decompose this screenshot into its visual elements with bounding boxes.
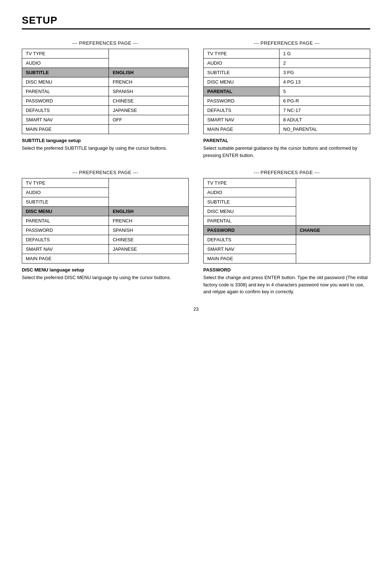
table-row: MAIN PAGE [22, 254, 189, 263]
menu-item-col1[interactable]: SMART NAV [22, 115, 109, 125]
bottom-right-desc: PASSWORD Select the change and press ENT… [203, 267, 370, 295]
top-left-desc-text: Select the preferred SUBTITLE language b… [22, 145, 189, 152]
menu-item-col1[interactable]: DEFAULTS [204, 235, 296, 245]
menu-item-col2[interactable]: CHANGE [296, 226, 370, 235]
menu-item-col1[interactable]: PASSWORD [22, 226, 109, 235]
menu-item-col1[interactable]: AUDIO [204, 59, 279, 68]
table-row: SMART NAVOFF [22, 115, 189, 125]
menu-item-col1[interactable]: MAIN PAGE [204, 254, 296, 263]
menu-item-col2[interactable]: FRENCH [109, 77, 189, 87]
menu-item-col1[interactable]: AUDIO [22, 188, 109, 197]
table-row: PARENTALFRENCH [22, 216, 189, 226]
menu-item-col1[interactable]: PARENTAL [22, 87, 109, 96]
menu-item-col1[interactable]: PASSWORD [22, 96, 109, 106]
menu-item-col1[interactable]: TV TYPE [22, 49, 109, 59]
menu-item-col2[interactable]: FRENCH [109, 216, 189, 226]
menu-item-col1[interactable]: AUDIO [204, 188, 296, 197]
table-row: PARENTAL5 [204, 87, 370, 96]
menu-item-col1[interactable]: PASSWORD [204, 226, 296, 235]
menu-item-col2[interactable]: JAPANESE [109, 106, 189, 115]
menu-item-col1[interactable]: PARENTAL [204, 216, 296, 226]
menu-item-col1[interactable]: MAIN PAGE [22, 125, 109, 134]
page-number: 23 [22, 306, 370, 312]
table-row: PASSWORD6 PG-R [204, 96, 370, 106]
table-row: MAIN PAGENO_PARENTAL [204, 125, 370, 134]
menu-item-col1[interactable]: DISC MENU [204, 207, 296, 216]
top-right-desc: PARENTAL Select suitable parental guidan… [203, 138, 370, 159]
top-left-desc-title: SUBTITLE language setup [22, 138, 189, 143]
menu-item-col1[interactable]: SUBTITLE [204, 68, 279, 77]
menu-item-col1[interactable]: PARENTAL [204, 87, 279, 96]
page-title: SETUP [22, 15, 370, 29]
menu-item-col2[interactable]: ENGLISH [109, 68, 189, 77]
bottom-right-desc-title: PASSWORD [203, 267, 370, 273]
menu-item-col2[interactable]: 2 [279, 59, 370, 68]
menu-item-col1[interactable]: SUBTITLE [204, 197, 296, 207]
menu-item-col2[interactable]: SPANISH [109, 226, 189, 235]
menu-item-col2[interactable]: 1 G [279, 49, 370, 59]
table-row: MAIN PAGE [22, 125, 189, 134]
table-row: PARENTALSPANISH [22, 87, 189, 96]
menu-item-col1[interactable]: MAIN PAGE [204, 125, 279, 134]
menu-item-col2[interactable]: JAPANESE [109, 245, 189, 254]
menu-item-col2[interactable]: 7 NC-17 [279, 106, 370, 115]
menu-item-col2[interactable]: 8 ADULT [279, 115, 370, 125]
menu-item-col1[interactable]: SMART NAV [204, 245, 296, 254]
table-row: MAIN PAGE [204, 254, 370, 263]
menu-item-col1[interactable]: TV TYPE [22, 178, 109, 188]
menu-item-col2[interactable]: CHINESE [109, 235, 189, 245]
menu-item-col1[interactable]: SUBTITLE [22, 68, 109, 77]
table-row: DEFAULTS7 NC-17 [204, 106, 370, 115]
menu-item-col2[interactable]: 6 PG-R [279, 96, 370, 106]
top-left-section: --- PREFERENCES PAGE --- TV TYPEAUDIOSUB… [22, 40, 189, 159]
table-row: PASSWORDCHINESE [22, 96, 189, 106]
menu-item-col1[interactable]: DISC MENU [22, 77, 109, 87]
bottom-right-desc-text: Select the change and press ENTER button… [203, 274, 370, 295]
menu-item-col1[interactable]: TV TYPE [204, 49, 279, 59]
menu-item-col1[interactable]: SMART NAV [22, 245, 109, 254]
table-row: DISC MENUENGLISH [22, 207, 189, 216]
bottom-left-desc-text: Select the preferred DISC MENU language … [22, 274, 189, 281]
menu-item-col2[interactable]: 3 PG [279, 68, 370, 77]
table-row: AUDIO [204, 188, 370, 197]
menu-item-col1[interactable]: TV TYPE [204, 178, 296, 188]
menu-item-col1[interactable]: DEFAULTS [204, 106, 279, 115]
menu-item-col1[interactable]: DEFAULTS [22, 235, 109, 245]
menu-item-col2[interactable]: NO_PARENTAL [279, 125, 370, 134]
top-right-table: TV TYPE1 GAUDIO2SUBTITLE3 PGDISC MENU4 P… [203, 49, 370, 134]
menu-item-col2[interactable]: CHINESE [109, 96, 189, 106]
menu-item-col1[interactable]: MAIN PAGE [22, 254, 109, 263]
top-right-desc-text: Select suitable parental guidance by the… [203, 145, 370, 159]
menu-item-col1[interactable]: AUDIO [22, 59, 109, 68]
table-row: DEFAULTSCHINESE [22, 235, 189, 245]
menu-item-col2[interactable]: SPANISH [109, 87, 189, 96]
menu-item-col1[interactable]: SMART NAV [204, 115, 279, 125]
table-row: TV TYPE1 G [204, 49, 370, 59]
top-left-pref-label: --- PREFERENCES PAGE --- [22, 40, 189, 46]
top-right-section: --- PREFERENCES PAGE --- TV TYPE1 GAUDIO… [203, 40, 370, 159]
table-row: SUBTITLEENGLISH [22, 68, 189, 77]
table-row: SUBTITLE3 PG [204, 68, 370, 77]
menu-item-col1[interactable]: SUBTITLE [22, 197, 109, 207]
top-right-pref-label: --- PREFERENCES PAGE --- [203, 40, 370, 46]
table-row: SMART NAV8 ADULT [204, 115, 370, 125]
table-row: PASSWORDCHANGE [204, 226, 370, 235]
menu-item-col2[interactable]: 4 PG 13 [279, 77, 370, 87]
menu-item-col2[interactable]: 5 [279, 87, 370, 96]
menu-item-col2[interactable]: OFF [109, 115, 189, 125]
bottom-left-section: --- PREFERENCES PAGE --- TV TYPEAUDIOSUB… [22, 170, 189, 295]
menu-item-col1[interactable]: PARENTAL [22, 216, 109, 226]
table-row: SUBTITLE [204, 197, 370, 207]
bottom-right-section: --- PREFERENCES PAGE --- TV TYPEAUDIOSUB… [203, 170, 370, 295]
top-row: --- PREFERENCES PAGE --- TV TYPEAUDIOSUB… [22, 40, 370, 159]
menu-item-col1[interactable]: PASSWORD [204, 96, 279, 106]
table-row: TV TYPE [22, 49, 189, 59]
menu-item-col1[interactable]: DISC MENU [204, 77, 279, 87]
table-row: SMART NAV [204, 245, 370, 254]
menu-item-col1[interactable]: DEFAULTS [22, 106, 109, 115]
table-row: DEFAULTS [204, 235, 370, 245]
table-row: AUDIO2 [204, 59, 370, 68]
menu-item-col1[interactable]: DISC MENU [22, 207, 109, 216]
menu-item-col2[interactable]: ENGLISH [109, 207, 189, 216]
table-row: TV TYPE [204, 178, 370, 188]
